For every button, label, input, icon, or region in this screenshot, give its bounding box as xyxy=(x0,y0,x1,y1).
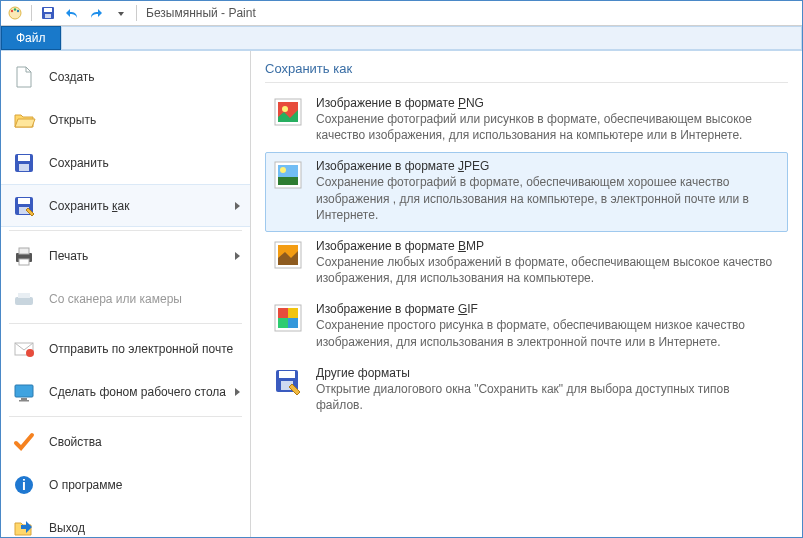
menu-print[interactable]: Печать xyxy=(1,234,250,277)
svg-point-28 xyxy=(282,106,288,112)
menu-label: Сохранить xyxy=(49,156,109,170)
new-file-icon xyxy=(11,64,37,90)
svg-rect-14 xyxy=(19,248,29,254)
format-title: Изображение в формате GIF xyxy=(316,302,775,316)
chevron-right-icon xyxy=(235,388,240,396)
format-desc: Сохранение фотографий в формате, обеспеч… xyxy=(316,174,775,223)
file-menu-left: Создать Открыть Сохранить Сохранить как xyxy=(1,51,251,537)
mail-icon xyxy=(11,336,37,362)
menu-label: Выход xyxy=(49,521,85,535)
format-title: Изображение в формате PNG xyxy=(316,96,775,110)
menu-scanner: Со сканера или камеры xyxy=(1,277,250,320)
menu-about[interactable]: i О программе xyxy=(1,463,250,506)
menu-wallpaper[interactable]: Сделать фоном рабочего стола xyxy=(1,370,250,413)
panel-header: Сохранить как xyxy=(265,61,788,83)
menu-save-as[interactable]: Сохранить как xyxy=(1,184,250,227)
svg-text:i: i xyxy=(22,477,26,493)
separator xyxy=(9,323,242,324)
save-as-dialog-icon xyxy=(272,366,304,398)
menu-label: Со сканера или камеры xyxy=(49,292,182,306)
app-icon[interactable] xyxy=(4,2,26,24)
svg-rect-6 xyxy=(45,14,51,18)
format-png[interactable]: Изображение в формате PNG Сохранение фот… xyxy=(265,89,788,152)
format-desc: Сохранение фотографий или рисунков в фор… xyxy=(316,111,775,143)
svg-point-2 xyxy=(14,8,16,10)
svg-rect-20 xyxy=(15,385,33,397)
chevron-right-icon xyxy=(235,202,240,210)
svg-rect-5 xyxy=(44,8,52,12)
svg-rect-22 xyxy=(21,398,27,400)
svg-rect-23 xyxy=(19,400,29,402)
qat-customize[interactable] xyxy=(109,2,131,24)
separator xyxy=(9,230,242,231)
format-desc: Сохранение любых изображений в формате, … xyxy=(316,254,775,286)
separator xyxy=(136,5,137,21)
quick-access-toolbar xyxy=(4,2,140,24)
format-title: Изображение в формате JPEG xyxy=(316,159,775,173)
menu-label: Сохранить как xyxy=(49,199,129,213)
folder-open-icon xyxy=(11,107,37,133)
menu-open[interactable]: Открыть xyxy=(1,98,250,141)
format-title: Изображение в формате BMP xyxy=(316,239,775,253)
format-desc: Открытие диалогового окна "Сохранить как… xyxy=(316,381,775,413)
format-desc: Сохранение простого рисунка в формате, о… xyxy=(316,317,775,349)
svg-rect-37 xyxy=(288,308,298,318)
save-icon xyxy=(11,150,37,176)
bmp-icon xyxy=(272,239,304,271)
svg-rect-41 xyxy=(279,371,295,378)
svg-rect-39 xyxy=(288,318,298,328)
title-bar: Безымянный - Paint xyxy=(1,1,802,26)
redo-button[interactable] xyxy=(85,2,107,24)
save-as-icon xyxy=(11,193,37,219)
svg-rect-36 xyxy=(278,308,288,318)
ribbon-tabs: Файл xyxy=(1,26,802,50)
gif-icon xyxy=(272,302,304,334)
separator xyxy=(9,416,242,417)
menu-send-email[interactable]: Отправить по электронной почте xyxy=(1,327,250,370)
separator xyxy=(31,5,32,21)
menu-save[interactable]: Сохранить xyxy=(1,141,250,184)
format-bmp[interactable]: Изображение в формате BMP Сохранение люб… xyxy=(265,232,788,295)
svg-point-19 xyxy=(26,349,34,357)
printer-icon xyxy=(11,243,37,269)
svg-point-3 xyxy=(17,10,19,12)
window-title: Безымянный - Paint xyxy=(146,6,256,20)
jpeg-icon xyxy=(272,159,304,191)
info-icon: i xyxy=(11,472,37,498)
png-icon xyxy=(272,96,304,128)
svg-rect-11 xyxy=(18,198,30,204)
desktop-icon xyxy=(11,379,37,405)
menu-label: Открыть xyxy=(49,113,96,127)
scanner-icon xyxy=(11,286,37,312)
menu-label: Свойства xyxy=(49,435,102,449)
menu-create[interactable]: Создать xyxy=(1,55,250,98)
svg-point-32 xyxy=(280,167,286,173)
file-tab[interactable]: Файл xyxy=(1,26,61,50)
file-menu-panel: Создать Открыть Сохранить Сохранить как xyxy=(1,50,802,537)
menu-properties[interactable]: Свойства xyxy=(1,420,250,463)
format-title: Другие форматы xyxy=(316,366,775,380)
svg-rect-15 xyxy=(19,259,29,265)
exit-icon xyxy=(11,515,37,539)
menu-label: Сделать фоном рабочего стола xyxy=(49,385,226,399)
undo-button[interactable] xyxy=(61,2,83,24)
svg-rect-17 xyxy=(18,293,30,298)
menu-exit[interactable]: Выход xyxy=(1,506,250,538)
menu-label: О программе xyxy=(49,478,122,492)
menu-label: Печать xyxy=(49,249,88,263)
svg-rect-9 xyxy=(19,164,29,171)
format-other[interactable]: Другие форматы Открытие диалогового окна… xyxy=(265,359,788,422)
menu-label: Создать xyxy=(49,70,95,84)
svg-rect-31 xyxy=(278,177,298,185)
format-gif[interactable]: Изображение в формате GIF Сохранение про… xyxy=(265,295,788,358)
svg-rect-8 xyxy=(18,155,30,161)
save-button[interactable] xyxy=(37,2,59,24)
save-as-panel: Сохранить как Изображение в формате PNG … xyxy=(251,51,802,537)
chevron-right-icon xyxy=(235,252,240,260)
format-jpeg[interactable]: Изображение в формате JPEG Сохранение фо… xyxy=(265,152,788,232)
svg-rect-16 xyxy=(15,297,33,305)
checkmark-icon xyxy=(11,429,37,455)
ribbon-area xyxy=(61,26,802,50)
svg-point-1 xyxy=(11,10,13,12)
svg-rect-38 xyxy=(278,318,288,328)
